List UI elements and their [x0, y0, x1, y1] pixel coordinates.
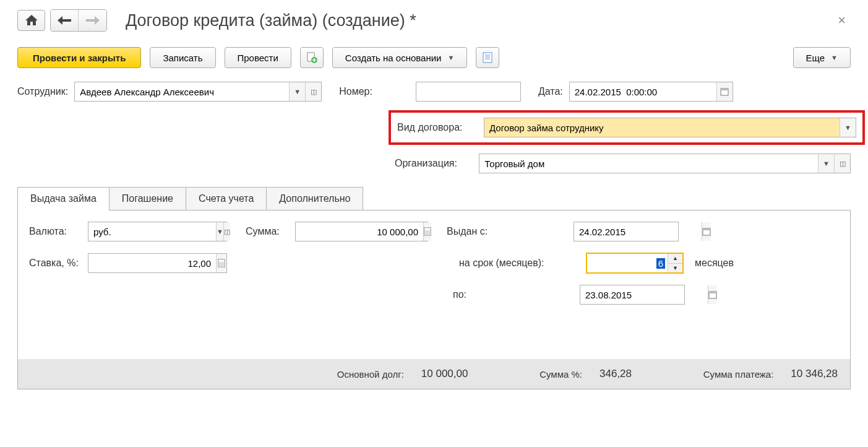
term-value: 6 [587, 254, 668, 272]
tab-extra[interactable]: Дополнительно [266, 187, 363, 210]
dropdown-button[interactable]: ▼ [216, 222, 223, 241]
rate-input[interactable] [88, 254, 216, 272]
calendar-icon [702, 227, 711, 236]
save-button[interactable]: Записать [150, 47, 215, 68]
tab-panel-issue: Валюта: ▼ ◫ Сумма: Выдан с: [17, 210, 851, 389]
chevron-down-icon: ▼ [217, 228, 223, 235]
to-label: по: [453, 289, 574, 300]
amount-label: Сумма: [246, 226, 289, 237]
close-button[interactable]: × [833, 10, 851, 31]
svg-rect-11 [703, 228, 710, 230]
from-label: Выдан с: [447, 226, 567, 237]
svg-rect-2 [483, 53, 492, 63]
stepper-down[interactable]: ▼ [668, 264, 682, 273]
contract-type-highlight: Вид договора: ▼ [389, 110, 865, 145]
term-label: на срок (месяцев): [459, 258, 580, 269]
calc-button[interactable] [216, 254, 226, 272]
chevron-down-icon: ▼ [831, 54, 838, 61]
open-button[interactable]: ◫ [223, 222, 230, 241]
post-and-close-button[interactable]: Провести и закрыть [17, 47, 141, 68]
attach-button[interactable] [300, 47, 324, 68]
svg-rect-7 [721, 89, 728, 90]
more-button[interactable]: Еще ▼ [793, 47, 851, 68]
calendar-icon [720, 87, 729, 96]
stepper-up[interactable]: ▲ [668, 254, 682, 264]
tab-accounts[interactable]: Счета учета [186, 187, 267, 210]
arrow-right-icon [86, 16, 100, 25]
payment-label: Сумма платежа: [703, 369, 774, 380]
chevron-up-icon: ▲ [672, 255, 678, 261]
page-title: Договор кредита (займа) (создание) * [126, 11, 833, 30]
org-input[interactable] [479, 154, 818, 173]
term-unit: месяцев [695, 258, 734, 269]
calendar-button[interactable] [708, 285, 717, 304]
home-button[interactable] [17, 10, 45, 31]
contract-type-label: Вид договора: [397, 122, 478, 133]
arrow-left-icon [58, 16, 71, 25]
chevron-down-icon: ▼ [447, 54, 454, 61]
create-based-button[interactable]: Создать на основании ▼ [332, 47, 468, 68]
tab-issue[interactable]: Выдача займа [17, 187, 110, 210]
number-input[interactable] [416, 82, 544, 101]
calendar-icon [708, 290, 717, 299]
open-icon: ◫ [840, 160, 846, 168]
back-button[interactable] [51, 10, 79, 31]
dropdown-button[interactable]: ▼ [289, 82, 305, 101]
term-stepper[interactable]: 6 ▲ ▼ [586, 253, 684, 274]
document-plus-icon [306, 52, 317, 63]
dropdown-button[interactable]: ▼ [818, 154, 834, 173]
currency-label: Валюта: [29, 226, 82, 237]
payment-value: 10 346,28 [791, 368, 838, 380]
calc-button[interactable] [423, 222, 431, 241]
forward-button[interactable] [79, 10, 106, 31]
amount-input[interactable] [296, 222, 423, 241]
percent-label: Сумма %: [539, 369, 582, 380]
chevron-down-icon: ▼ [672, 265, 678, 271]
number-label: Номер: [339, 86, 372, 97]
svg-rect-9 [425, 228, 430, 230]
principal-label: Основной долг: [337, 369, 404, 380]
from-date-input[interactable] [574, 222, 702, 241]
currency-input[interactable] [88, 222, 216, 241]
dropdown-button[interactable]: ▼ [840, 118, 856, 137]
report-button[interactable] [476, 47, 499, 68]
employee-input[interactable] [75, 82, 289, 101]
date-input[interactable] [570, 82, 716, 101]
open-button[interactable]: ◫ [305, 82, 321, 101]
to-date-input[interactable] [580, 285, 708, 304]
svg-rect-15 [709, 292, 716, 293]
summary-bar: Основной долг: 10 000,00 Сумма %: 346,28… [18, 359, 850, 389]
tab-repay[interactable]: Погашение [109, 187, 186, 210]
chevron-down-icon: ▼ [844, 124, 851, 131]
org-label: Организация: [395, 158, 473, 169]
date-label: Дата: [538, 86, 563, 97]
svg-rect-13 [219, 260, 224, 262]
percent-value: 346,28 [599, 368, 632, 380]
home-icon [25, 15, 38, 26]
open-icon: ◫ [224, 228, 230, 236]
report-icon [483, 52, 492, 63]
calculator-icon [424, 227, 431, 236]
calculator-icon [218, 259, 225, 267]
open-icon: ◫ [311, 88, 317, 96]
chevron-down-icon: ▼ [823, 160, 830, 167]
calendar-button[interactable] [716, 82, 733, 101]
chevron-down-icon: ▼ [294, 88, 301, 95]
close-icon: × [838, 12, 846, 28]
post-button[interactable]: Провести [225, 47, 291, 68]
calendar-button[interactable] [702, 222, 711, 241]
rate-label: Ставка, %: [29, 258, 82, 269]
contract-type-input[interactable] [484, 118, 840, 137]
employee-label: Сотрудник: [17, 86, 68, 97]
open-button[interactable]: ◫ [834, 154, 850, 173]
principal-value: 10 000,00 [421, 368, 468, 380]
